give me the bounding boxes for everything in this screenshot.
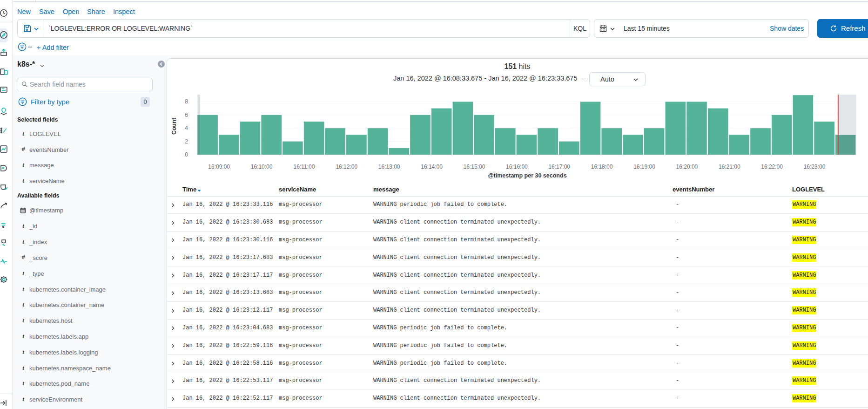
svg-text:16:23:00: 16:23:00 [804,164,826,170]
svg-text:16:20:00: 16:20:00 [676,164,698,170]
svg-text:16:09:00: 16:09:00 [208,164,230,170]
svg-text:16:11:00: 16:11:00 [294,164,315,170]
svg-text:16:17:00: 16:17:00 [548,164,570,170]
svg-text:2: 2 [185,138,188,145]
svg-text:0: 0 [185,151,188,158]
svg-text:16:19:00: 16:19:00 [633,164,655,170]
svg-text:@timestamp per 30 seconds: @timestamp per 30 seconds [488,172,566,179]
svg-text:4: 4 [185,125,188,131]
svg-text:6: 6 [185,112,188,118]
svg-text:8: 8 [185,98,188,105]
svg-text:16:14:00: 16:14:00 [421,164,443,170]
svg-text:16:22:00: 16:22:00 [761,164,783,170]
svg-text:16:16:00: 16:16:00 [506,164,528,170]
svg-text:16:12:00: 16:12:00 [336,164,357,170]
svg-text:Count: Count [171,117,177,135]
svg-text:16:18:00: 16:18:00 [591,164,613,170]
svg-text:16:10:00: 16:10:00 [251,164,273,170]
svg-text:16:13:00: 16:13:00 [378,164,400,170]
svg-text:16:21:00: 16:21:00 [719,164,740,170]
svg-text:16:15:00: 16:15:00 [464,164,485,170]
